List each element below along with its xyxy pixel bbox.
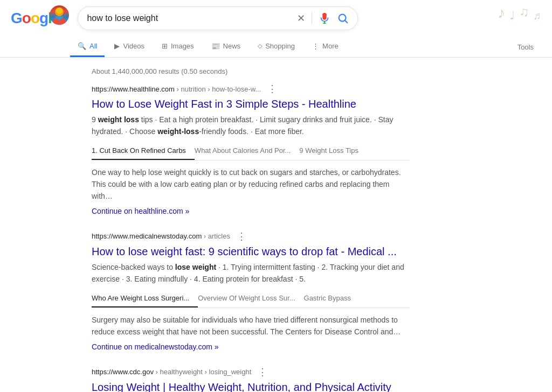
music-note-1: ♪ [498,4,505,23]
search-input[interactable] [87,13,292,23]
tab-images[interactable]: ⊞ Images [154,37,202,57]
subtab-item[interactable]: Who Are Weight Loss Surgeri... [92,290,198,307]
subtab-item[interactable]: 1. Cut Back On Refined Carbs [92,142,195,160]
more-dots-icon: ⋮ [312,42,319,50]
images-icon: ⊞ [162,42,168,50]
result-url-line: https://www.cdc.gov › healthyweight › lo… [92,366,410,378]
music-note-4: ♬ [533,10,541,23]
subtab-item[interactable]: Gastric Bypass [304,290,360,307]
tab-shopping[interactable]: ◇ Shopping [250,37,302,57]
result-url-line: https://www.medicalnewstoday.com › artic… [92,230,410,242]
tab-news[interactable]: 📰 News [204,37,249,57]
tab-videos[interactable]: ▶ Videos [107,37,152,57]
result-menu-icon[interactable]: ⋮ [258,366,267,378]
svg-line-6 [346,20,348,23]
sub-content: Surgery may also be suitable for individ… [92,314,410,338]
svg-point-2 [56,8,63,14]
result-subtabs: 1. Cut Back On Refined Carbs What About … [92,142,410,160]
videos-icon: ▶ [114,42,120,50]
all-icon: 🔍 [78,42,86,50]
result-url: https://www.cdc.gov › healthyweight › lo… [92,368,251,376]
result-item: https://www.cdc.gov › healthyweight › lo… [92,366,410,392]
result-url: https://www.healthline.com › nutrition ›… [92,85,261,93]
result-menu-icon[interactable]: ⋮ [267,83,277,95]
music-notes-decoration: ♪ ♩ ♫ ♬ [498,4,541,23]
results-area: About 1,440,000,000 results (0.50 second… [0,58,420,392]
microphone-icon[interactable] [319,12,330,24]
results-count: About 1,440,000,000 results (0.50 second… [92,62,410,83]
tab-all[interactable]: 🔍 All [70,37,105,57]
search-divider [312,12,312,25]
continue-link[interactable]: Continue on medicalnewstoday.com » [92,342,219,351]
logo-avatar [50,5,69,25]
result-url-line: https://www.healthline.com › nutrition ›… [92,83,410,95]
result-title-link[interactable]: Losing Weight | Healthy Weight, Nutritio… [92,380,410,392]
shopping-icon: ◇ [258,43,262,50]
nav-tabs: 🔍 All ▶ Videos ⊞ Images 📰 News ◇ Shoppin… [0,32,552,58]
subtab-item[interactable]: What About Calories And Por... [195,142,300,160]
subtab-item[interactable]: Overview Of Weight Loss Sur... [198,290,303,307]
result-url: https://www.medicalnewstoday.com › artic… [92,232,230,240]
music-note-3: ♫ [519,4,529,23]
result-item: https://www.medicalnewstoday.com › artic… [92,230,410,351]
continue-link[interactable]: Continue on healthline.com » [92,207,189,215]
tab-more[interactable]: ⋮ More [305,37,346,57]
sub-content: One way to help lose weight quickly is t… [92,167,410,202]
music-note-2: ♩ [509,9,515,23]
result-title-link[interactable]: How to lose weight fast: 9 scientific wa… [92,244,410,258]
google-logo[interactable]: Google [11,10,69,27]
news-icon: 📰 [211,42,220,50]
result-menu-icon[interactable]: ⋮ [237,230,246,242]
tools-button[interactable]: Tools [510,38,541,57]
header: Google ✕ [0,0,552,30]
result-item: https://www.healthline.com › nutrition ›… [92,83,410,215]
result-subtabs: Who Are Weight Loss Surgeri... Overview … [92,290,410,308]
result-snippet: Science-backed ways to lose weight · 1. … [92,262,410,285]
clear-icon[interactable]: ✕ [297,12,305,24]
result-title-link[interactable]: How to Lose Weight Fast in 3 Simple Step… [92,97,410,111]
subtab-item[interactable]: 9 Weight Loss Tips [299,142,367,160]
result-snippet: 9 weight loss tips · Eat a high protein … [92,114,410,138]
search-bar[interactable]: ✕ [78,6,358,30]
search-submit-icon[interactable] [337,12,349,24]
